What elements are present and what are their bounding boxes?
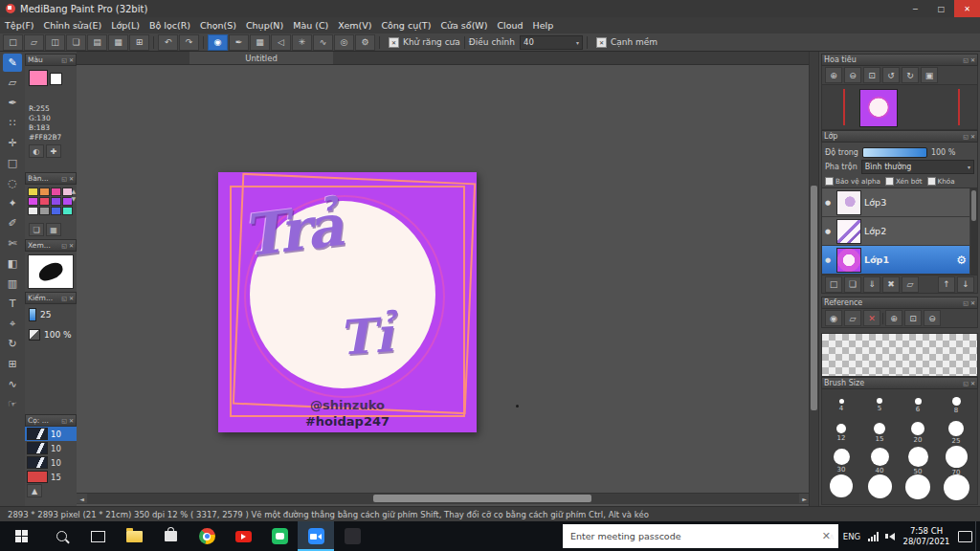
layer-row[interactable]: ● Lớp2 [822, 217, 969, 246]
close-icon[interactable]: ✕ [69, 242, 74, 249]
menu-capture[interactable]: Chụp(N) [241, 17, 288, 33]
popout-icon[interactable]: ◱ [963, 133, 969, 140]
menu-help[interactable]: Help [528, 17, 559, 33]
close-icon[interactable]: ✕ [69, 417, 74, 424]
layer-list-scrollbar[interactable] [970, 188, 977, 275]
menu-layer[interactable]: Lớp(L) [106, 17, 145, 33]
bucket-tool[interactable]: ◧ [3, 254, 22, 273]
close-icon[interactable]: ✕ [69, 56, 74, 63]
menu-tools[interactable]: Công cụ(T) [376, 17, 435, 33]
brush-tool[interactable]: ✎ [3, 54, 22, 72]
palette-scroll-up-icon[interactable]: ▲ [71, 187, 76, 194]
delete-layer-button[interactable]: ✖ [882, 276, 900, 293]
tray-chevron-icon[interactable]: ∧ [824, 521, 839, 551]
horizontal-scroll-thumb[interactable] [373, 495, 591, 502]
grid-view-button[interactable]: ⊞ [129, 34, 149, 51]
reference-zoom-in-button[interactable]: ⊕ [885, 310, 902, 326]
radial-snap-button[interactable]: ✳ [292, 34, 312, 51]
save-button[interactable]: ◫ [45, 34, 65, 51]
select-pen-tool[interactable]: ✐ [3, 214, 22, 232]
nav-zoom-in-button[interactable]: ⊕ [825, 67, 842, 83]
taskbar-chat-app[interactable] [261, 521, 298, 551]
nav-rotate-right-button[interactable]: ↻ [902, 67, 919, 83]
close-icon[interactable]: ✕ [69, 175, 74, 182]
select-tool[interactable]: □ [3, 154, 22, 172]
layer-move-up-button[interactable]: ↑ [938, 276, 955, 293]
brush-size-option[interactable]: 20 [899, 419, 937, 447]
notification-center-button[interactable] [954, 521, 975, 551]
clipping-checkbox[interactable]: Xén bớt [885, 177, 923, 186]
curve-tool[interactable]: ∿ [3, 375, 22, 393]
add-color-button[interactable]: ✚ [46, 144, 61, 158]
menu-edit[interactable]: Chỉnh sửa(E) [39, 17, 107, 33]
brush-size-option[interactable]: 30 [822, 447, 860, 474]
layer-folder-button[interactable]: ▱ [902, 276, 919, 293]
brush-item[interactable]: 15 [25, 470, 77, 484]
palette-swatch[interactable] [28, 187, 38, 196]
magic-wand-tool[interactable]: ✦ [3, 194, 22, 212]
palette-swatch[interactable] [28, 197, 38, 206]
reference-toggle-button[interactable]: ◉ [825, 310, 842, 326]
text-tool[interactable]: T [3, 295, 22, 313]
pen-mode-button[interactable]: ✒ [229, 34, 249, 51]
brush-size-option[interactable]: 6 [899, 391, 937, 419]
reference-open-button[interactable]: ▱ [844, 310, 861, 326]
horizontal-scrollbar[interactable]: ◄ ► [77, 493, 810, 504]
gradient-tool[interactable]: ▥ [3, 275, 22, 293]
thumbnail-view-button[interactable]: ▦ [108, 34, 128, 51]
brush-size-option[interactable]: 15 [860, 419, 899, 447]
minimize-button[interactable]: ─ [902, 0, 928, 17]
new-layer-button[interactable]: □ [825, 276, 842, 293]
palette-swatch[interactable] [62, 207, 73, 215]
scroll-left-icon[interactable]: ◄ [77, 494, 87, 503]
taskbar-file-explorer[interactable] [116, 521, 152, 551]
merge-layer-button[interactable]: ⇓ [863, 276, 880, 293]
brush-opacity-value[interactable]: 100 % [44, 330, 72, 340]
open-button[interactable]: ▱ [24, 34, 44, 51]
layer-row[interactable]: ● Lớp3 [822, 188, 969, 217]
brush-size-option[interactable]: 70 [937, 447, 975, 474]
popout-icon[interactable]: ◱ [61, 56, 67, 63]
lock-checkbox[interactable]: Khóa [927, 177, 955, 186]
close-icon[interactable]: ✕ [970, 133, 975, 140]
duplicate-layer-button[interactable]: ❏ [844, 276, 861, 293]
brush-size-value[interactable]: 25 [40, 310, 51, 320]
nav-zoom-reset-button[interactable]: ⊡ [863, 67, 880, 83]
brush-size-option[interactable]: 5 [860, 391, 899, 419]
palette-swatch[interactable] [51, 207, 61, 215]
menu-view[interactable]: Xem(V) [333, 17, 376, 33]
undo-button[interactable]: ↶ [158, 34, 178, 51]
taskbar-zoom-active[interactable] [298, 521, 334, 551]
taskbar-clock[interactable]: 7:58 CH 28/07/2021 [899, 521, 954, 551]
popout-icon[interactable]: ◱ [61, 242, 67, 249]
select-eraser-tool[interactable]: ✄ [3, 234, 22, 253]
canvas-area[interactable]: Untitled Trả Tỉ @shinzuko #hoidap247 ◄ ► [77, 52, 810, 506]
menu-color[interactable]: Màu (C) [288, 17, 333, 33]
close-icon[interactable]: ✕ [970, 56, 975, 63]
close-icon[interactable]: ✕ [69, 295, 74, 301]
opacity-slider[interactable] [862, 147, 927, 158]
taskbar-chrome[interactable] [189, 521, 225, 551]
brush-size-option[interactable] [860, 474, 899, 502]
snap-settings-button[interactable]: ⚙ [355, 34, 375, 51]
collapse-pan-button[interactable]: ▲ [27, 484, 42, 497]
foreground-color-swatch[interactable] [29, 70, 48, 86]
close-button[interactable]: ✕ [954, 0, 980, 17]
parallel-snap-button[interactable]: ◁ [271, 34, 291, 51]
protect-alpha-checkbox[interactable]: Bảo vệ alpha [825, 177, 880, 186]
close-icon[interactable]: ✕ [970, 299, 975, 306]
network-icon[interactable] [864, 521, 881, 551]
layer-row-selected[interactable]: ● Lớp1 ⚙ [822, 246, 969, 275]
dot-tool[interactable]: ∷ [3, 114, 22, 132]
canvas-artwork[interactable]: Trả Tỉ @shinzuko #hoidap247 [218, 172, 477, 432]
brush-size-option[interactable]: 40 [860, 447, 899, 474]
antialias-checkbox[interactable]: ✕ [389, 37, 399, 48]
task-view-button[interactable] [79, 521, 116, 551]
navigator-thumbnail[interactable] [859, 89, 898, 127]
menu-filter[interactable]: Bộ lọc(R) [145, 17, 195, 33]
vanishing-snap-button[interactable]: ◎ [334, 34, 354, 51]
palette-scroll-down-icon[interactable]: ▼ [71, 195, 76, 202]
menu-window[interactable]: Cửa sổ(W) [435, 17, 492, 33]
soft-edge-checkbox[interactable]: ✕ [596, 37, 607, 48]
start-button[interactable] [0, 521, 43, 551]
